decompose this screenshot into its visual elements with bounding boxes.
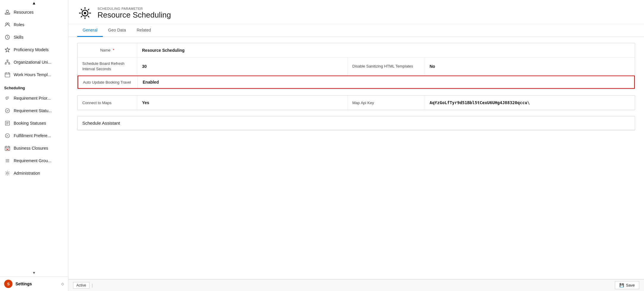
org-units-icon xyxy=(4,59,11,65)
sidebar-item-req-groups[interactable]: Requirement Grou... xyxy=(0,154,68,167)
proficiency-icon xyxy=(4,46,11,53)
sidebar-item-administration[interactable]: Administration xyxy=(0,167,68,179)
schedule-board-row: Schedule Board Refresh Interval Seconds … xyxy=(78,57,635,76)
sidebar-item-proficiency-label: Proficiency Models xyxy=(14,47,49,52)
status-area: Active | xyxy=(73,282,93,289)
tab-geo-data[interactable]: Geo Data xyxy=(103,24,131,37)
map-api-key-label: Map Api Key xyxy=(347,96,425,110)
svg-point-1 xyxy=(6,10,9,12)
settings-label: Settings xyxy=(15,281,32,286)
svg-rect-27 xyxy=(5,146,10,151)
sidebar-item-resources-label: Resources xyxy=(14,10,34,15)
sidebar-item-work-hours[interactable]: Work Hours Templ... xyxy=(0,68,68,81)
connect-maps-value: Yes xyxy=(137,96,347,110)
sidebar-item-skills[interactable]: Skills xyxy=(0,31,68,43)
svg-marker-5 xyxy=(5,48,10,52)
status-badge: Active xyxy=(73,282,89,289)
svg-point-2 xyxy=(6,23,7,25)
svg-rect-6 xyxy=(7,60,8,61)
page-header-icon xyxy=(77,5,93,21)
map-api-key-value: AqYzGoLfTyr9d51Bbl5tCexU6UHg4J88320qccu\ xyxy=(425,96,635,110)
sidebar-item-resources[interactable]: Resources xyxy=(0,6,68,18)
auto-update-value: Enabled xyxy=(138,76,634,88)
sidebar-item-booking-statuses-label: Booking Statuses xyxy=(14,121,46,126)
sidebar-scroll-up[interactable]: ▲ xyxy=(0,0,68,6)
sidebar-item-org-units-label: Organizational Uni... xyxy=(14,60,51,65)
svg-rect-0 xyxy=(5,13,10,14)
svg-point-36 xyxy=(7,172,8,174)
settings-avatar: S xyxy=(4,280,12,288)
sidebar-item-fulfillment-label: Fulfillment Prefere... xyxy=(14,133,51,138)
sidebar-item-org-units[interactable]: Organizational Uni... xyxy=(0,56,68,68)
administration-icon xyxy=(4,170,11,176)
save-button[interactable]: 💾 Save xyxy=(615,281,639,289)
sidebar-item-req-groups-label: Requirement Grou... xyxy=(14,158,51,163)
skills-icon xyxy=(4,34,11,40)
connect-maps-label: Connect to Maps xyxy=(78,96,137,110)
auto-update-label: Auto Update Booking Travel xyxy=(78,76,138,88)
tab-related[interactable]: Related xyxy=(131,24,156,37)
sidebar-item-req-status[interactable]: Requirement Statu... xyxy=(0,104,68,117)
resources-icon xyxy=(4,9,11,15)
sidebar-item-roles[interactable]: Roles xyxy=(0,18,68,31)
sidebar-footer[interactable]: S Settings ◇ xyxy=(0,276,68,291)
sidebar-scroll-down-arrow[interactable]: ▼ xyxy=(0,269,68,276)
svg-point-38 xyxy=(84,12,86,14)
name-value: Resource Scheduling xyxy=(137,43,635,57)
page-header-text: SCHEDULING PARAMETER Resource Scheduling xyxy=(97,7,171,20)
svg-rect-13 xyxy=(5,73,10,77)
svg-point-20 xyxy=(5,109,10,113)
maps-row: Connect to Maps Yes Map Api Key AqYzGoLf… xyxy=(78,96,635,110)
sidebar-item-fulfillment[interactable]: Fulfillment Prefere... xyxy=(0,129,68,142)
req-priority-icon xyxy=(4,95,11,101)
sidebar-item-req-priority-label: Requirement Prior... xyxy=(14,96,51,101)
sidebar-item-req-priority[interactable]: Requirement Prior... xyxy=(0,92,68,104)
disable-sanitizing-value: No xyxy=(425,57,635,75)
schedule-assistant-section: Schedule Assistant xyxy=(77,116,635,130)
business-closures-icon xyxy=(4,145,11,151)
sidebar-item-business-closures[interactable]: Business Closures xyxy=(0,142,68,154)
sidebar-item-administration-label: Administration xyxy=(14,171,40,176)
req-groups-icon xyxy=(4,157,11,164)
sidebar-item-skills-label: Skills xyxy=(14,35,23,40)
sidebar-item-req-status-label: Requirement Statu... xyxy=(14,108,52,113)
page-header-title: Resource Scheduling xyxy=(97,10,171,20)
schedule-board-label: Schedule Board Refresh Interval Seconds xyxy=(78,57,137,75)
sidebar-scroll-area: Resources Roles xyxy=(0,6,68,269)
svg-rect-8 xyxy=(9,63,10,64)
tabs-bar: General Geo Data Related xyxy=(68,24,644,37)
status-divider: | xyxy=(92,283,93,287)
save-icon: 💾 xyxy=(619,283,624,287)
required-star: * xyxy=(113,48,114,52)
tab-general[interactable]: General xyxy=(77,24,103,37)
maps-section: Connect to Maps Yes Map Api Key AqYzGoLf… xyxy=(77,95,635,110)
main-fields-section: Name * Resource Scheduling Schedule Boar… xyxy=(77,43,635,89)
roles-icon xyxy=(4,21,11,28)
content-area: Name * Resource Scheduling Schedule Boar… xyxy=(68,37,644,279)
sidebar-item-roles-label: Roles xyxy=(14,22,24,27)
schedule-assistant-header: Schedule Assistant xyxy=(78,116,635,130)
bottom-bar: Active | 💾 Save xyxy=(68,279,644,291)
req-status-icon xyxy=(4,107,11,114)
disable-sanitizing-label: Disable Sanitizing HTML Templates xyxy=(347,57,425,75)
svg-rect-7 xyxy=(5,63,6,64)
sidebar: ▲ Resources xyxy=(0,0,68,291)
booking-statuses-icon xyxy=(4,120,11,126)
main-content: SCHEDULING PARAMETER Resource Scheduling… xyxy=(68,0,644,291)
page-header-subtitle: SCHEDULING PARAMETER xyxy=(97,7,171,10)
name-row: Name * Resource Scheduling xyxy=(78,43,635,57)
sidebar-item-booking-statuses[interactable]: Booking Statuses xyxy=(0,117,68,129)
scheduling-section-label: Scheduling xyxy=(0,81,68,92)
fulfillment-icon xyxy=(4,132,11,139)
sidebar-item-work-hours-label: Work Hours Templ... xyxy=(14,72,51,77)
svg-point-3 xyxy=(7,23,9,25)
work-hours-icon xyxy=(4,71,11,78)
settings-chevron-icon: ◇ xyxy=(61,282,64,286)
sidebar-item-business-closures-label: Business Closures xyxy=(14,146,48,151)
save-label: Save xyxy=(626,283,635,287)
sidebar-item-proficiency-models[interactable]: Proficiency Models xyxy=(0,43,68,56)
name-label: Name * xyxy=(78,43,137,57)
schedule-board-value: 30 xyxy=(137,57,347,75)
page-header: SCHEDULING PARAMETER Resource Scheduling xyxy=(68,0,644,24)
